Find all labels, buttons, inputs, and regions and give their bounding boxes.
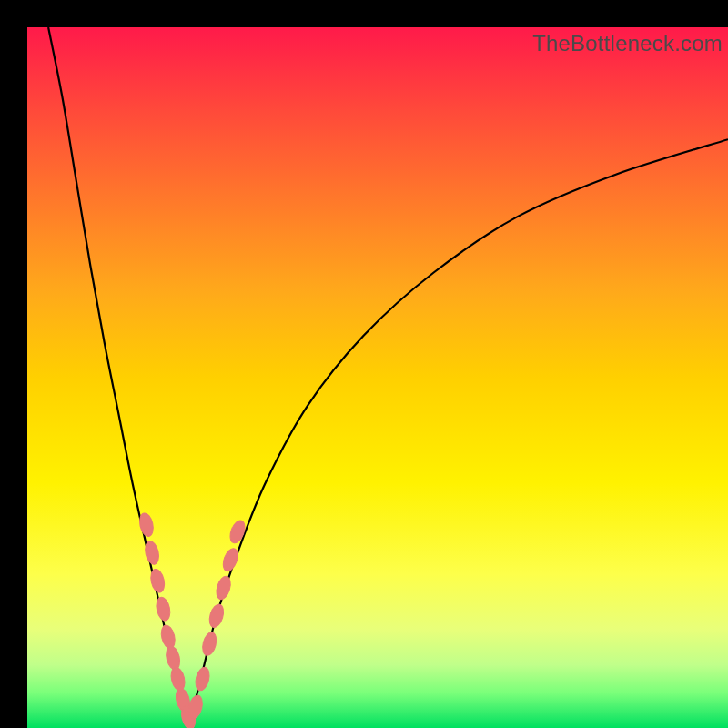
highlight-marker [214,575,233,602]
highlight-marker [207,602,227,629]
highlight-marker [159,624,177,651]
highlight-marker [155,596,172,622]
highlight-marker [228,519,248,545]
curve-right-path [188,139,728,728]
highlight-marker [194,666,212,693]
highlight-marker [200,631,218,657]
chart-frame: TheBottleneck.com [0,0,728,728]
curve-left-path [48,27,188,728]
plot-area: TheBottleneck.com [27,27,728,728]
highlight-marker [164,645,182,672]
highlight-markers-group [137,511,248,728]
highlight-marker [169,666,187,693]
chart-svg [27,27,728,728]
